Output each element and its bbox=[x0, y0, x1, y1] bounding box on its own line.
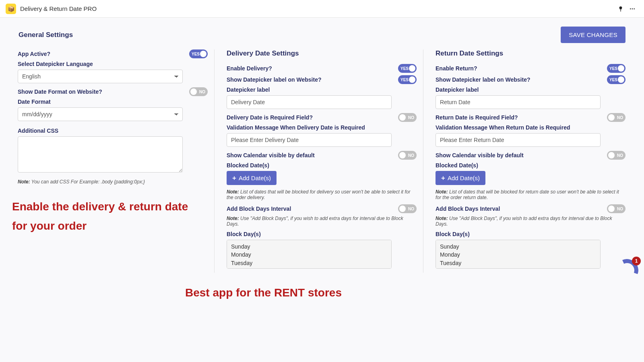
app-topbar: 📦 Delivery & Return Date PRO bbox=[0, 0, 644, 18]
svg-point-4 bbox=[634, 8, 635, 9]
return-blocked-note: Note: List of dates that will be blocked… bbox=[436, 189, 625, 200]
return-block-interval-toggle[interactable]: NO bbox=[607, 204, 625, 213]
pin-icon[interactable] bbox=[615, 4, 626, 14]
delivery-validation-label: Validation Message When Delivery Date is… bbox=[227, 124, 417, 131]
enable-delivery-toggle[interactable]: YES bbox=[398, 64, 417, 73]
return-section-title: Return Date Settings bbox=[436, 49, 625, 58]
page-header: General Settings SAVE CHANGES bbox=[0, 18, 644, 43]
marketing-callout: Enable the delivery & return date for yo… bbox=[12, 197, 188, 235]
plus-icon: + bbox=[232, 175, 236, 181]
delivery-required-label: Delivery Date is Required Field? bbox=[227, 114, 398, 121]
additional-css-textarea[interactable] bbox=[18, 136, 183, 173]
list-item[interactable]: Monday bbox=[440, 251, 596, 259]
more-icon[interactable] bbox=[626, 4, 638, 14]
delivery-show-dp-label-label: Show Datepicker label on Website? bbox=[227, 76, 398, 83]
delivery-validation-input[interactable] bbox=[227, 133, 392, 147]
delivery-blocked-note: Note: List of dates that will be blocked… bbox=[227, 189, 417, 200]
return-interval-note: Note: Use "Add Block Days", if you wish … bbox=[436, 216, 625, 227]
svg-point-3 bbox=[632, 8, 633, 9]
additional-css-label: Additional CSS bbox=[18, 128, 208, 134]
delivery-show-cal-toggle[interactable]: NO bbox=[398, 151, 417, 160]
return-required-label: Return Date is Required Field? bbox=[436, 114, 607, 121]
list-item[interactable]: Tuesday bbox=[231, 259, 387, 267]
app-title: Delivery & Return Date PRO bbox=[20, 5, 97, 12]
chat-badge: 1 bbox=[632, 257, 641, 265]
list-item[interactable]: Wednesday bbox=[231, 267, 387, 269]
enable-return-label: Enable Return? bbox=[436, 65, 607, 72]
return-dp-label-input[interactable] bbox=[436, 95, 601, 109]
delivery-show-cal-label: Show Calendar visible by default bbox=[227, 152, 398, 158]
save-button[interactable]: SAVE CHANGES bbox=[561, 27, 625, 43]
delivery-dp-label-label: Datepicker label bbox=[227, 86, 417, 93]
list-item[interactable]: Monday bbox=[231, 251, 387, 259]
chat-widget[interactable]: 1 bbox=[616, 259, 638, 282]
return-blocked-dates-label: Blocked Date(s) bbox=[436, 162, 625, 169]
return-validation-input[interactable] bbox=[436, 133, 601, 147]
return-show-dp-label-label: Show Datepicker label on Website? bbox=[436, 76, 607, 83]
css-note: Note: You can add CSS For Example: .body… bbox=[18, 179, 208, 185]
return-block-days-listbox[interactable]: Sunday Monday Tuesday Wednesday bbox=[436, 240, 601, 269]
date-format-label: Date Format bbox=[18, 99, 208, 105]
general-column: App Active? YES Select Datepicker Langua… bbox=[18, 49, 214, 273]
return-show-cal-label: Show Calendar visible by default bbox=[436, 152, 607, 158]
return-block-days-label: Block Day(s) bbox=[436, 231, 625, 237]
enable-return-toggle[interactable]: YES bbox=[607, 64, 625, 73]
return-required-toggle[interactable]: NO bbox=[607, 113, 625, 122]
return-show-cal-toggle[interactable]: NO bbox=[607, 151, 625, 160]
list-item[interactable]: Wednesday bbox=[440, 267, 596, 269]
delivery-section-title: Delivery Date Settings bbox=[227, 49, 417, 58]
show-date-format-label: Show Date Format on Website? bbox=[18, 88, 189, 95]
app-icon: 📦 bbox=[6, 4, 16, 14]
datepicker-lang-label: Select Datepicker Language bbox=[18, 61, 208, 67]
return-validation-label: Validation Message When Return Date is R… bbox=[436, 124, 625, 131]
delivery-dp-label-input[interactable] bbox=[227, 95, 392, 109]
app-active-label: App Active? bbox=[18, 51, 189, 57]
svg-point-2 bbox=[630, 8, 631, 9]
list-item[interactable]: Sunday bbox=[231, 243, 387, 251]
plus-icon: + bbox=[441, 175, 445, 181]
app-active-toggle[interactable]: YES bbox=[189, 49, 208, 58]
date-format-select[interactable]: mm/dd/yyyy bbox=[18, 107, 183, 121]
delivery-add-dates-button[interactable]: +Add Date(s) bbox=[227, 171, 277, 185]
datepicker-lang-select[interactable]: English bbox=[18, 70, 183, 83]
return-dp-label-label: Datepicker label bbox=[436, 86, 625, 93]
return-column: Return Date Settings Enable Return? YES … bbox=[423, 49, 632, 273]
page-title: General Settings bbox=[19, 31, 73, 39]
svg-point-1 bbox=[619, 6, 621, 8]
enable-delivery-label: Enable Delivery? bbox=[227, 65, 398, 72]
return-add-dates-button[interactable]: +Add Date(s) bbox=[436, 171, 485, 185]
list-item[interactable]: Sunday bbox=[440, 243, 596, 251]
delivery-block-days-listbox[interactable]: Sunday Monday Tuesday Wednesday bbox=[227, 240, 392, 269]
delivery-blocked-dates-label: Blocked Date(s) bbox=[227, 162, 417, 169]
delivery-block-interval-toggle[interactable]: NO bbox=[398, 204, 417, 213]
delivery-block-interval-label: Add Block Days Interval bbox=[227, 206, 398, 212]
delivery-show-dp-label-toggle[interactable]: YES bbox=[398, 75, 417, 84]
return-show-dp-label-toggle[interactable]: YES bbox=[607, 75, 625, 84]
delivery-interval-note: Note: Use "Add Block Days", if you wish … bbox=[227, 216, 417, 227]
delivery-required-toggle[interactable]: NO bbox=[398, 113, 417, 122]
return-block-interval-label: Add Block Days Interval bbox=[436, 206, 607, 212]
show-date-format-toggle[interactable]: NO bbox=[189, 87, 208, 96]
delivery-block-days-label: Block Day(s) bbox=[227, 231, 417, 237]
delivery-column: Delivery Date Settings Enable Delivery? … bbox=[214, 49, 423, 273]
marketing-tagline: Best app for the RENT stores bbox=[185, 286, 342, 299]
list-item[interactable]: Tuesday bbox=[440, 259, 596, 267]
